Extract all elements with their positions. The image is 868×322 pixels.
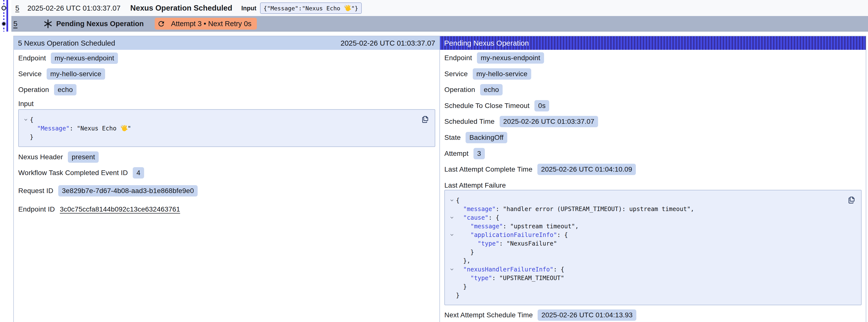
gutter-spacer	[449, 282, 456, 291]
wave-emoji	[120, 124, 128, 133]
field-value-chip: my-nexus-endpoint	[477, 52, 544, 64]
pending-panel-header: Pending Nexus Operation	[440, 36, 866, 50]
collapse-chevron-icon[interactable]	[23, 116, 30, 124]
json-code-line: "nexusHandlerFailureInfo": {	[449, 265, 844, 274]
gutter-spacer	[449, 205, 456, 213]
copy-icon[interactable]	[847, 196, 855, 204]
pending-operation-panel: Pending Nexus Operation Endpointmy-nexus…	[440, 36, 866, 322]
json-text-token: : {	[553, 265, 564, 274]
json-code-line: "applicationFailureInfo": {	[449, 230, 844, 239]
retry-attempt-badge: Attempt 3 • Next Retry 0s	[155, 18, 257, 30]
json-code-line: },	[449, 256, 844, 265]
json-code-line: "message": "handler error (UPSTREAM_TIME…	[449, 205, 844, 213]
json-text-token: }	[456, 248, 474, 256]
copy-icon[interactable]	[421, 115, 429, 124]
field-label: Endpoint ID	[18, 205, 55, 213]
event-id-link[interactable]: 5	[15, 4, 19, 12]
json-text-token: }	[30, 133, 34, 141]
collapse-chevron-icon[interactable]	[449, 196, 456, 205]
field-label: Workflow Task Completed Event ID	[18, 169, 128, 177]
pending-event-id-link[interactable]: 5	[13, 20, 18, 28]
failure-json-viewer: { "message": "handler error (UPSTREAM_TI…	[444, 190, 862, 305]
json-code-line: }	[449, 248, 844, 256]
scheduled-event-panel: 5 Nexus Operation Scheduled 2025-02-26 U…	[14, 36, 440, 322]
timeline-dotted-line	[3, 0, 4, 32]
field-value-chip: echo	[480, 84, 503, 95]
gutter-spacer	[449, 248, 456, 256]
right-field-row: Schedule To Close Timeout0s	[444, 100, 862, 112]
right-field-row: StateBackingOff	[444, 132, 862, 143]
retry-icon	[157, 20, 165, 28]
json-text-token	[456, 205, 463, 213]
gutter-spacer	[449, 274, 456, 282]
collapse-chevron-icon[interactable]	[449, 213, 456, 222]
json-text-token: },	[456, 256, 470, 265]
field-value-chip: 2025-02-26 UTC 01:04:13.93	[538, 310, 636, 321]
field-value-chip: my-nexus-endpoint	[51, 53, 118, 64]
left-field-row: Request ID3e829b7e-7d67-4b08-aad3-b1e868…	[18, 185, 435, 197]
json-key-token: "type"	[470, 274, 492, 282]
event-row-nexus-operation-scheduled[interactable]: 5 2025-02-26 UTC 01:03:37.07 Nexus Opera…	[11, 0, 868, 16]
json-text-token	[30, 124, 37, 133]
field-label: State	[444, 134, 461, 141]
field-label: Request ID	[18, 187, 53, 195]
left-field-row: Servicemy-hello-service	[18, 68, 435, 80]
json-text-token: }	[456, 291, 460, 299]
field-label: Schedule To Close Timeout	[444, 102, 529, 110]
event-detail-panels: 5 Nexus Operation Scheduled 2025-02-26 U…	[13, 36, 866, 322]
event-input-preview-chip: {"Message":"Nexus Echo "}	[260, 2, 362, 14]
json-text-token: : "NexusFailure"	[499, 239, 557, 248]
field-value-chip: BackingOff	[466, 132, 507, 143]
right-field-row: Servicemy-hello-service	[444, 68, 862, 80]
json-key-token: "Message"	[37, 124, 69, 133]
right-field-row: Next Attempt Schedule Time2025-02-26 UTC…	[444, 309, 862, 321]
collapse-chevron-icon[interactable]	[449, 265, 456, 274]
json-code-line: }	[23, 133, 417, 141]
json-code-line: }	[449, 291, 844, 299]
json-text-token: {	[456, 196, 460, 205]
field-value-chip: 3e829b7e-7d67-4b08-aad3-b1e868bfe9e0	[58, 185, 198, 196]
field-value-chip: 3	[473, 148, 485, 159]
field-value-link[interactable]: 3c0c75ccfa8144b092c13ce632463761	[60, 205, 180, 213]
left-field-row: Nexus Headerpresent	[18, 151, 435, 163]
field-label: Operation	[18, 86, 49, 94]
json-key-token: "nexusHandlerFailureInfo"	[463, 265, 553, 274]
json-code-line: "type": "NexusFailure"	[449, 239, 844, 248]
gutter-spacer	[23, 124, 30, 133]
pending-title: Pending Nexus Operation	[56, 20, 144, 28]
json-text-token	[456, 213, 463, 222]
field-value-chip: my-hello-service	[46, 68, 105, 79]
input-json-viewer: { "Message": "Nexus Echo "}	[18, 109, 435, 147]
timeline-active-bar	[6, 0, 8, 32]
scheduled-panel-title: 5 Nexus Operation Scheduled	[18, 39, 115, 47]
json-code-line: "type": "UPSTREAM_TIMEOUT"	[449, 274, 844, 282]
field-value-chip: echo	[54, 84, 77, 95]
scheduled-panel-timestamp: 2025-02-26 UTC 01:03:37.07	[340, 39, 435, 47]
event-input-label: Input	[241, 4, 256, 11]
left-field-row: Endpointmy-nexus-endpoint	[18, 52, 435, 64]
event-title: Nexus Operation Scheduled	[130, 4, 232, 12]
json-text-token: : {	[557, 230, 568, 239]
left-field-row: Workflow Task Completed Event ID4	[18, 167, 435, 179]
last-attempt-failure-label: Last Attempt Failure	[444, 182, 862, 189]
pending-nexus-operation-row[interactable]: 5 Pending Nexus Operation Attempt 3 • Ne…	[11, 16, 868, 32]
pending-fields-top: Endpointmy-nexus-endpointServicemy-hello…	[440, 50, 866, 175]
json-code-line: {	[449, 196, 844, 205]
json-text-token: }	[456, 282, 467, 291]
json-text-token: : "upstream timeout",	[503, 222, 579, 230]
field-value-chip: present	[68, 151, 99, 163]
pending-panel-title: Pending Nexus Operation	[444, 39, 529, 47]
json-text-token: : "Nexus Echo	[69, 124, 120, 133]
json-text-token: : "UPSTREAM_TIMEOUT"	[492, 274, 564, 282]
gutter-spacer	[449, 291, 456, 299]
field-label: Attempt	[444, 150, 469, 158]
json-text-token	[456, 230, 470, 239]
gutter-spacer	[449, 222, 456, 230]
collapse-chevron-icon[interactable]	[449, 230, 456, 239]
json-code-line: {	[23, 116, 417, 124]
json-key-token: "type"	[478, 239, 499, 248]
gutter-spacer	[449, 256, 456, 265]
field-label: Last Attempt Complete Time	[444, 165, 532, 173]
right-field-row: Attempt3	[444, 148, 862, 160]
right-field-row: Scheduled Time2025-02-26 UTC 01:03:37.07	[444, 116, 862, 127]
